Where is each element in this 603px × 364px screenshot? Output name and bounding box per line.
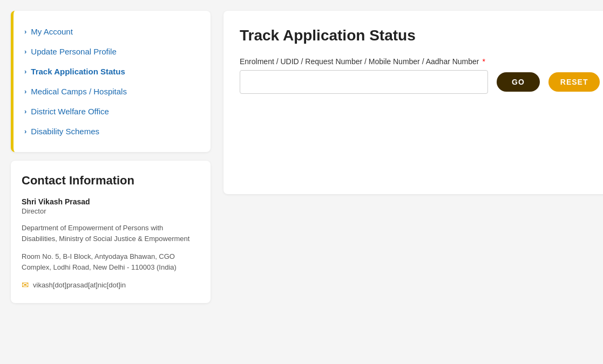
chevron-icon: › [24, 67, 26, 75]
sidebar-item-district-welfare-office[interactable]: ›District Welfare Office [13, 101, 211, 121]
contact-department: Department of Empowerment of Persons wit… [22, 223, 200, 244]
sidebar: ›My Account›Update Personal Profile›Trac… [11, 11, 211, 303]
nav-card: ›My Account›Update Personal Profile›Trac… [11, 11, 211, 152]
form-section: Enrolment / UDID / Request Number / Mobi… [240, 57, 600, 94]
contact-card: Contact Information Shri Vikash Prasad D… [11, 161, 211, 303]
sidebar-item-label: Medical Camps / Hospitals [31, 87, 127, 96]
sidebar-item-label: Track Application Status [31, 67, 125, 76]
go-button[interactable]: GO [497, 72, 540, 92]
sidebar-item-label: Disability Schemes [31, 127, 99, 136]
chevron-icon: › [24, 47, 26, 56]
form-row: GO RESET [240, 70, 600, 94]
sidebar-item-medical-camps-hospitals[interactable]: ›Medical Camps / Hospitals [13, 81, 211, 101]
contact-email: vikash[dot]prasad[at]nic[dot]in [33, 281, 126, 289]
sidebar-item-label: Update Personal Profile [31, 47, 116, 56]
required-indicator: * [480, 57, 485, 66]
sidebar-item-update-personal-profile[interactable]: ›Update Personal Profile [13, 42, 211, 61]
application-number-input[interactable] [240, 70, 488, 94]
contact-email-row: ✉ vikash[dot]prasad[at]nic[dot]in [22, 280, 200, 290]
email-icon: ✉ [22, 280, 29, 290]
reset-button[interactable]: RESET [548, 72, 600, 92]
page-layout: ›My Account›Update Personal Profile›Trac… [0, 0, 603, 314]
form-label: Enrolment / UDID / Request Number / Mobi… [240, 57, 600, 66]
chevron-icon: › [24, 28, 26, 36]
sidebar-item-label: District Welfare Office [31, 107, 109, 116]
chevron-icon: › [24, 87, 26, 95]
contact-name: Shri Vikash Prasad [22, 197, 200, 206]
sidebar-item-disability-schemes[interactable]: ›Disability Schemes [13, 121, 211, 141]
contact-title: Contact Information [22, 174, 200, 188]
chevron-icon: › [24, 127, 26, 135]
chevron-icon: › [24, 107, 26, 115]
sidebar-item-track-application-status[interactable]: ›Track Application Status [13, 61, 211, 81]
sidebar-item-label: My Account [31, 27, 73, 36]
sidebar-item-my-account[interactable]: ›My Account [13, 22, 211, 42]
main-content: Track Application Status Enrolment / UDI… [223, 11, 603, 194]
page-title: Track Application Status [240, 27, 600, 44]
contact-role: Director [22, 207, 200, 215]
contact-address: Room No. 5, B-I Block, Antyodaya Bhawan,… [22, 251, 200, 272]
